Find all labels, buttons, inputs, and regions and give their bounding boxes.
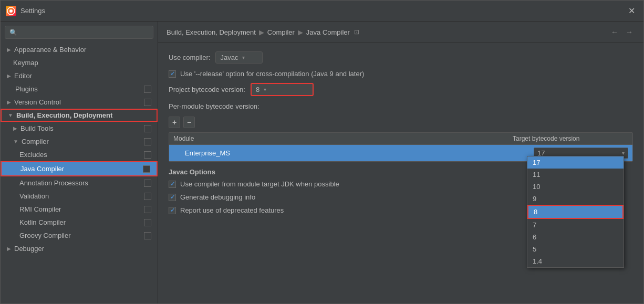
expand-arrow-icon: ▶ [7, 47, 11, 53]
settings-window: Settings ✕ 🔍 ▶ Appearance & Behavior Key… [0, 0, 644, 304]
sidebar-item-debugger[interactable]: ▶ Debugger [1, 242, 158, 255]
breadcrumb-sep-1: ▶ [259, 28, 264, 36]
dropdown-option-9[interactable]: 9 [527, 193, 624, 205]
dropdown-option-14[interactable]: 1.4 [527, 255, 624, 267]
sidebar-item-label: Editor [14, 72, 32, 80]
breadcrumb-part-1: Build, Execution, Deployment [167, 28, 256, 36]
per-module-row: Per-module bytecode version: [169, 102, 633, 110]
settings-icon [143, 165, 150, 173]
bytecode-version-row: Project bytecode version: 8 ▾ [169, 83, 633, 96]
use-compiler-row: Use compiler: Javac ▾ [169, 51, 633, 64]
settings-content: Use compiler: Javac ▾ Use '--release' op… [158, 43, 643, 303]
expand-arrow-icon: ▶ [7, 73, 11, 79]
javac-opt1-checkbox[interactable] [169, 181, 176, 188]
sidebar-item-kotlin-compiler[interactable]: Kotlin Compiler [1, 216, 158, 229]
sidebar-item-label: Plugins [7, 85, 38, 93]
compiler-select[interactable]: Javac ▾ [215, 51, 263, 64]
bytecode-version-value: 8 [256, 86, 259, 93]
settings-icon [144, 138, 151, 145]
bytecode-version-label: Project bytecode version: [169, 86, 245, 93]
chevron-down-icon: ▾ [264, 87, 266, 92]
settings-icon [144, 219, 151, 226]
release-option-label: Use '--release' option for cross-compila… [180, 70, 364, 78]
settings-icon [144, 125, 151, 132]
toolbar-row: + − [169, 117, 633, 128]
dropdown-option-6[interactable]: 6 [527, 231, 624, 243]
back-button[interactable]: ← [609, 27, 620, 37]
expand-arrow-icon: ▶ [13, 125, 17, 131]
sidebar-item-version-control[interactable]: ▶ Version Control [1, 96, 158, 109]
use-compiler-label: Use compiler: [169, 54, 210, 61]
chevron-down-icon: ▾ [242, 55, 245, 60]
sidebar-item-java-compiler[interactable]: Java Compiler [1, 161, 158, 176]
sidebar-item-label: Debugger [14, 245, 44, 253]
sidebar-item-appearance[interactable]: ▶ Appearance & Behavior [1, 43, 158, 56]
javac-opt3-checkbox[interactable] [169, 207, 176, 214]
expand-arrow-icon: ▼ [13, 139, 18, 144]
expand-arrow-icon: ▼ [8, 112, 13, 118]
sidebar-item-label: Kotlin Compiler [19, 218, 66, 226]
sidebar-item-plugins[interactable]: Plugins [1, 82, 158, 96]
expand-arrow-icon: ▶ [7, 99, 11, 105]
sidebar-item-compiler[interactable]: ▼ Compiler [1, 135, 158, 148]
search-icon: 🔍 [9, 29, 17, 36]
dropdown-option-7[interactable]: 7 [527, 219, 624, 231]
release-option-checkbox[interactable] [169, 70, 176, 78]
sidebar-item-annotation-processors[interactable]: Annotation Processors [1, 176, 158, 190]
sidebar-item-label: Compiler [22, 138, 49, 145]
dropdown-option-11[interactable]: 11 [527, 169, 624, 181]
table-header: Module Target bytecode version [169, 133, 632, 145]
release-option-row: Use '--release' option for cross-compila… [169, 70, 633, 78]
breadcrumb-sep-2: ▶ [298, 28, 303, 36]
sidebar-item-editor[interactable]: ▶ Editor [1, 69, 158, 82]
javac-opt2-label: Generate debugging info [180, 193, 255, 201]
chevron-down-icon: ▾ [622, 150, 625, 156]
module-column-header: Module [173, 135, 513, 142]
sidebar-item-groovy-compiler[interactable]: Groovy Compiler [1, 229, 158, 242]
search-input[interactable] [19, 28, 149, 36]
sidebar-item-validation[interactable]: Validation [1, 190, 158, 203]
sidebar-item-label: Java Compiler [20, 165, 64, 173]
close-button[interactable]: ✕ [625, 5, 638, 17]
sidebar-item-label: Build, Execution, Deployment [16, 111, 112, 119]
sidebar: 🔍 ▶ Appearance & Behavior Keymap ▶ Edito… [1, 22, 158, 303]
settings-icon [144, 206, 151, 213]
sidebar-item-label: Appearance & Behavior [14, 46, 86, 54]
sidebar-item-rmi-compiler[interactable]: RMI Compiler [1, 203, 158, 216]
javac-opt3-label: Report use of deprecated features [180, 206, 284, 214]
add-module-button[interactable]: + [169, 117, 180, 128]
forward-button[interactable]: → [624, 27, 635, 37]
per-module-label: Per-module bytecode version: [169, 102, 259, 110]
module-table: Module Target bytecode version Enterpris… [169, 132, 633, 162]
dropdown-option-17[interactable]: 17 [527, 156, 624, 169]
settings-icon [144, 86, 151, 93]
dropdown-option-10[interactable]: 10 [527, 181, 624, 193]
sidebar-item-build-tools[interactable]: ▶ Build Tools [1, 122, 158, 135]
settings-icon [144, 232, 151, 239]
breadcrumb-part-3: Java Compiler [306, 28, 350, 36]
javac-opt1-label: Use compiler from module target JDK when… [180, 180, 339, 188]
bytecode-version-select[interactable]: 8 ▾ [251, 83, 314, 96]
javac-opt2-checkbox[interactable] [169, 194, 176, 201]
bytecode-column-header: Target bytecode version [513, 135, 628, 142]
settings-icon [144, 151, 151, 159]
sidebar-item-label: RMI Compiler [19, 205, 61, 213]
bytecode-dropdown-list: 17 11 10 9 8 7 6 5 1.4 [527, 156, 624, 268]
breadcrumb-part-2: Compiler [267, 28, 295, 36]
sidebar-item-label: Groovy Compiler [19, 232, 71, 239]
sidebar-item-keymap[interactable]: Keymap [1, 56, 158, 69]
remove-module-button[interactable]: − [183, 117, 195, 128]
compiler-select-value: Javac [220, 54, 238, 61]
titlebar: Settings ✕ [1, 1, 643, 22]
sidebar-item-label: Annotation Processors [19, 179, 88, 187]
sidebar-item-build-exec-deploy[interactable]: ▼ Build, Execution, Deployment [1, 109, 158, 122]
window-title: Settings [20, 7, 625, 15]
settings-icon [144, 193, 151, 200]
search-box[interactable]: 🔍 [5, 26, 153, 39]
breadcrumb-bar: Build, Execution, Deployment ▶ Compiler … [158, 22, 643, 43]
dropdown-option-5[interactable]: 5 [527, 243, 624, 255]
module-icon [173, 150, 182, 156]
sidebar-item-label: Build Tools [20, 124, 54, 132]
dropdown-option-8[interactable]: 8 [527, 205, 624, 219]
sidebar-item-excludes[interactable]: Excludes [1, 148, 158, 161]
